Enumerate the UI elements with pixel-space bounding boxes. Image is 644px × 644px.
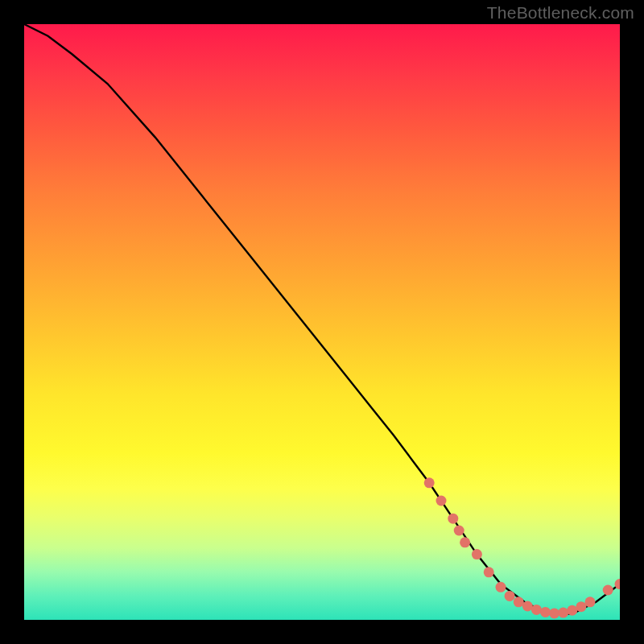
data-point [454,526,464,536]
data-point [484,567,494,577]
data-point [549,608,559,618]
data-point [436,496,447,506]
data-point [505,591,515,601]
data-point [496,582,506,592]
data-point [514,597,524,607]
data-point [567,605,577,616]
data-point [585,597,596,607]
data-point [424,477,435,488]
plot-area [24,24,620,620]
data-point [448,514,458,524]
data-point [558,608,568,618]
curve-layer [24,24,620,620]
data-point [522,601,533,612]
data-point [603,585,613,596]
watermark-label: TheBottleneck.com [487,3,634,23]
data-point [540,607,551,617]
data-point [460,537,470,547]
data-point [472,549,482,559]
curve-markers [424,477,620,618]
data-point [576,601,586,612]
bottleneck-curve [24,24,620,614]
data-point [531,605,542,615]
chart-frame: TheBottleneck.com [0,0,644,644]
